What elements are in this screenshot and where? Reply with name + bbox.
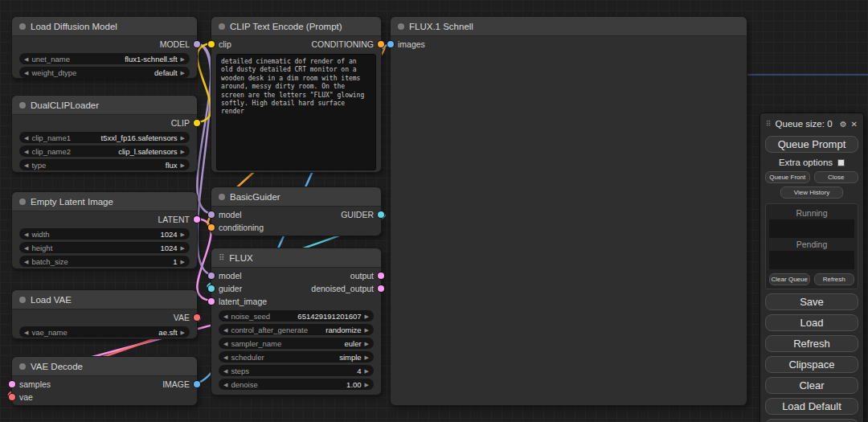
queue-menu-panel[interactable]: ⠿ Queue size: 0 ⚙ ✕ Queue Prompt Extra o… [760,113,864,422]
widget-unet-name[interactable]: ◀ unet_name flux1-schnell.sft ▶ [19,53,190,64]
node-header[interactable]: Load VAE [12,290,197,309]
arrow-right-icon[interactable]: ▶ [365,382,369,387]
close-icon[interactable]: ✕ [851,120,858,129]
widget-control-after-generate[interactable]: ◀ control_after_generate randomize ▶ [219,324,374,335]
input-port-vae[interactable] [9,394,15,400]
extra-options-checkbox[interactable] [837,159,845,166]
widget-clip-name2[interactable]: ◀ clip_name2 clip_l.safetensors ▶ [19,145,190,157]
arrow-left-icon[interactable]: ◀ [24,245,28,251]
prompt-textarea[interactable]: detailed cinematic dof render of an old … [216,54,376,170]
node-load-diffusion-model[interactable]: Load Diffusion Model MODEL ◀ unet_name f… [11,16,198,79]
node-header[interactable]: VAE Decode [12,357,197,376]
clear-button[interactable]: Clear [765,377,858,394]
arrow-left-icon[interactable]: ◀ [223,382,227,387]
arrow-right-icon[interactable]: ▶ [181,70,185,76]
view-history-button[interactable]: View History [780,186,843,199]
widget-denoise[interactable]: ◀ denoise 1.00 ▶ [219,379,374,390]
arrow-right-icon[interactable]: ▶ [365,313,369,319]
input-port-images[interactable] [387,41,394,47]
collapse-dot-icon[interactable] [19,23,26,30]
node-header[interactable]: Load Diffusion Model [12,17,197,36]
arrow-right-icon[interactable]: ▶ [181,330,185,335]
grid-handle-icon[interactable]: ⠿ [219,253,224,262]
output-port-guider[interactable] [378,211,384,218]
widget-noise-seed[interactable]: ◀ noise_seed 651429191201607 ▶ [219,310,374,322]
arrow-right-icon[interactable]: ▶ [181,231,185,237]
output-port-latent[interactable] [194,216,200,223]
arrow-right-icon[interactable]: ▶ [365,327,369,333]
arrow-left-icon[interactable]: ◀ [24,70,28,76]
arrow-left-icon[interactable]: ◀ [24,231,28,237]
arrow-right-icon[interactable]: ▶ [365,368,369,374]
arrow-left-icon[interactable]: ◀ [24,162,28,168]
arrow-left-icon[interactable]: ◀ [24,56,28,62]
arrow-right-icon[interactable]: ▶ [181,56,185,62]
refresh-queue-button[interactable]: Refresh [814,273,855,285]
queue-prompt-button[interactable]: Queue Prompt [765,136,858,153]
output-port-clip[interactable] [194,120,200,126]
node-vae-decode[interactable]: VAE Decode samples IMAGE vae [11,356,198,406]
output-port-conditioning[interactable] [378,41,384,47]
collapse-dot-icon[interactable] [19,102,26,109]
node-basic-guider[interactable]: BasicGuider model GUIDER conditioning [211,186,382,236]
collapse-dot-icon[interactable] [398,23,404,30]
node-graph-canvas[interactable]: Load Diffusion Model MODEL ◀ unet_name f… [0,0,868,422]
input-port-clip[interactable] [208,41,215,47]
input-port-samples[interactable] [9,381,15,387]
reset-view-button[interactable]: Reset View [765,419,858,422]
settings-gear-icon[interactable]: ⚙ [840,120,847,129]
arrow-right-icon[interactable]: ▶ [365,341,369,346]
arrow-right-icon[interactable]: ▶ [181,259,185,264]
node-header[interactable]: DualCLIPLoader [12,96,197,115]
load-button[interactable]: Load [765,314,858,331]
arrow-right-icon[interactable]: ▶ [365,354,369,360]
node-header[interactable]: Empty Latent Image [12,192,197,211]
arrow-right-icon[interactable]: ▶ [181,162,185,168]
arrow-left-icon[interactable]: ◀ [223,327,227,333]
arrow-right-icon[interactable]: ▶ [181,135,185,141]
node-header[interactable]: FLUX.1 Schnell [391,17,747,36]
arrow-left-icon[interactable]: ◀ [223,341,227,346]
output-port-vae[interactable] [194,314,200,321]
widget-batch-size[interactable]: ◀ batch_size 1 ▶ [19,256,190,267]
collapse-dot-icon[interactable] [219,23,225,30]
input-port-latent-image[interactable] [208,298,215,305]
input-port-conditioning[interactable] [208,224,215,231]
node-flux-sampler[interactable]: ⠿ FLUX model output guider [211,248,382,395]
widget-width[interactable]: ◀ width 1024 ▶ [19,228,190,240]
arrow-left-icon[interactable]: ◀ [223,354,227,360]
load-default-button[interactable]: Load Default [765,398,858,415]
input-port-model[interactable] [208,211,215,218]
node-load-vae[interactable]: Load VAE VAE ◀ vae_name ae.sft ▶ [11,289,198,339]
drag-handle-icon[interactable]: ⠿ [766,120,772,128]
arrow-left-icon[interactable]: ◀ [24,259,28,264]
widget-scheduler[interactable]: ◀ scheduler simple ▶ [219,351,374,363]
node-header[interactable]: ⠿ FLUX [211,248,381,268]
collapse-dot-icon[interactable] [19,297,26,303]
widget-sampler-name[interactable]: ◀ sampler_name euler ▶ [219,338,374,349]
widget-height[interactable]: ◀ height 1024 ▶ [19,242,190,253]
arrow-left-icon[interactable]: ◀ [24,135,28,141]
node-dual-clip-loader[interactable]: DualCLIPLoader CLIP ◀ clip_name1 t5xxl_f… [11,95,198,173]
widget-weight-dtype[interactable]: ◀ weight_dtype default ▶ [19,67,190,78]
node-empty-latent-image[interactable]: Empty Latent Image LATENT ◀ width 1024 ▶… [11,191,198,269]
arrow-left-icon[interactable]: ◀ [223,313,227,319]
queue-front-button[interactable]: Queue Front [765,171,810,183]
refresh-button[interactable]: Refresh [765,335,858,352]
input-port-guider[interactable] [208,285,215,292]
node-header[interactable]: CLIP Text Encode (Prompt) [211,17,381,36]
widget-vae-name[interactable]: ◀ vae_name ae.sft ▶ [19,326,190,338]
output-port-image[interactable] [194,381,200,387]
save-button[interactable]: Save [765,293,858,310]
collapse-dot-icon[interactable] [19,363,26,370]
node-clip-text-encode[interactable]: CLIP Text Encode (Prompt) clip CONDITION… [211,16,382,173]
arrow-left-icon[interactable]: ◀ [24,149,28,154]
widget-steps[interactable]: ◀ steps 4 ▶ [219,365,374,376]
widget-type[interactable]: ◀ type flux ▶ [19,159,190,170]
arrow-right-icon[interactable]: ▶ [181,149,185,154]
close-queue-button[interactable]: Close [814,171,859,183]
collapse-dot-icon[interactable] [219,194,225,200]
output-port-denoised-output[interactable] [378,285,384,292]
clear-queue-button[interactable]: Clear Queue [769,273,810,285]
arrow-right-icon[interactable]: ▶ [181,245,185,251]
